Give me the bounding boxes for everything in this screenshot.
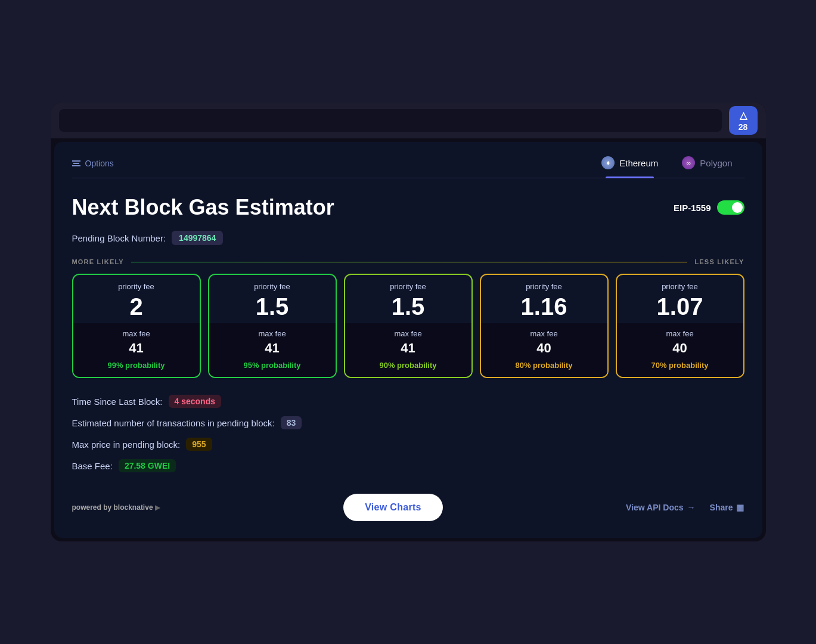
polygon-label: Polygon [700, 158, 732, 168]
stat-row-0: Time Since Last Block: 4 seconds [72, 395, 744, 408]
footer-links: View API Docs → Share ▦ [626, 503, 744, 512]
priority-label-2: priority fee [351, 282, 466, 291]
stat-value-3: 27.58 GWEI [119, 459, 176, 472]
options-icon [72, 160, 80, 166]
arrow-right-icon: → [687, 503, 696, 512]
priority-value-4: 1.07 [623, 295, 737, 318]
max-fee-value-4: 40 [623, 340, 737, 356]
priority-label-4: priority fee [623, 282, 737, 291]
fee-card-top-4: priority fee 1.07 [617, 275, 743, 323]
options-button[interactable]: Options [72, 159, 114, 175]
fee-card-0: priority fee 2 max fee 41 99% probabilit… [72, 274, 201, 378]
share-label: Share [710, 503, 733, 512]
page-title: Next Block Gas Estimator [72, 195, 334, 220]
less-likely-label: LESS LIKELY [694, 258, 744, 265]
powered-by: powered by blocknative ▶ [72, 503, 160, 512]
badge-count: 28 [739, 122, 748, 132]
max-fee-value-0: 41 [79, 340, 194, 356]
share-link[interactable]: Share ▦ [710, 503, 744, 512]
probability-1: 95% probability [215, 361, 330, 370]
ethereum-label: Ethereum [619, 158, 658, 168]
options-label: Options [85, 159, 114, 168]
brand-name: blocknative [114, 503, 153, 512]
copy-icon: ▦ [736, 503, 744, 512]
fee-card-top-2: priority fee 1.5 [345, 275, 471, 323]
fee-card-top-0: priority fee 2 [73, 275, 200, 323]
view-api-docs-link[interactable]: View API Docs → [626, 503, 695, 512]
fee-card-4: priority fee 1.07 max fee 40 70% probabi… [616, 274, 744, 378]
max-fee-value-3: 40 [487, 340, 601, 356]
fee-card-top-3: priority fee 1.16 [481, 275, 607, 323]
block-info: Pending Block Number: 14997864 [72, 231, 744, 245]
max-fee-value-2: 41 [351, 340, 466, 356]
stat-label-2: Max price in pending block: [72, 439, 181, 450]
more-likely-label: MORE LIKELY [72, 258, 124, 265]
likelihood-row: MORE LIKELY LESS LIKELY [72, 258, 744, 265]
probability-2: 90% probability [351, 361, 466, 370]
stat-value-1: 83 [281, 416, 302, 429]
priority-value-1: 1.5 [215, 295, 330, 318]
eip-toggle-switch[interactable] [717, 200, 744, 215]
block-value: 14997864 [172, 231, 223, 245]
app-container: △ 28 Options ♦ Ethereum ∞ Polygon N [51, 103, 766, 541]
fee-card-bottom-1: max fee 41 95% probability [209, 323, 336, 377]
top-bar: △ 28 [51, 103, 766, 138]
probability-4: 70% probability [623, 361, 737, 370]
fee-cards-container: priority fee 2 max fee 41 99% probabilit… [72, 274, 744, 378]
max-fee-value-1: 41 [215, 340, 330, 356]
fee-card-top-1: priority fee 1.5 [209, 275, 336, 323]
block-label: Pending Block Number: [72, 233, 166, 243]
search-bar[interactable] [59, 109, 722, 132]
footer: powered by blocknative ▶ View Charts Vie… [72, 489, 744, 521]
probability-0: 99% probability [79, 361, 194, 370]
priority-label-3: priority fee [487, 282, 601, 291]
stat-value-2: 955 [186, 438, 212, 451]
fee-card-bottom-4: max fee 40 70% probability [617, 323, 743, 377]
fee-card-bottom-2: max fee 41 90% probability [345, 323, 471, 377]
max-fee-label-3: max fee [487, 329, 601, 338]
network-tabs: Options ♦ Ethereum ∞ Polygon [72, 156, 744, 178]
fee-card-1: priority fee 1.5 max fee 41 95% probabil… [208, 274, 337, 378]
stat-label-0: Time Since Last Block: [72, 397, 163, 407]
logo-icon: △ [740, 110, 747, 121]
stat-row-2: Max price in pending block: 955 [72, 438, 744, 451]
main-content: Options ♦ Ethereum ∞ Polygon Next Block … [54, 142, 762, 538]
stat-row-1: Estimated number of transactions in pend… [72, 416, 744, 429]
fee-card-bottom-3: max fee 40 80% probability [481, 323, 607, 377]
stat-row-3: Base Fee: 27.58 GWEI [72, 459, 744, 472]
eip-toggle-container: EIP-1559 [674, 200, 744, 215]
tab-polygon[interactable]: ∞ Polygon [670, 156, 744, 178]
stat-label-3: Base Fee: [72, 461, 113, 471]
fee-card-2: priority fee 1.5 max fee 41 90% probabil… [344, 274, 473, 378]
priority-value-3: 1.16 [487, 295, 601, 318]
stat-value-0: 4 seconds [169, 395, 221, 408]
ethereum-icon: ♦ [601, 156, 615, 169]
page-header: Next Block Gas Estimator EIP-1559 [72, 195, 744, 220]
max-fee-label-1: max fee [215, 329, 330, 338]
max-fee-label-2: max fee [351, 329, 466, 338]
extension-badge: △ 28 [729, 106, 758, 135]
view-charts-button[interactable]: View Charts [343, 494, 443, 521]
powered-label: powered by [72, 503, 112, 512]
fee-card-bottom-0: max fee 41 99% probability [73, 323, 200, 377]
priority-label-1: priority fee [215, 282, 330, 291]
eip-label: EIP-1559 [674, 203, 711, 213]
max-fee-label-4: max fee [623, 329, 737, 338]
fee-card-3: priority fee 1.16 max fee 40 80% probabi… [480, 274, 609, 378]
probability-3: 80% probability [487, 361, 601, 370]
priority-value-0: 2 [79, 295, 194, 318]
stat-label-1: Estimated number of transactions in pend… [72, 418, 275, 428]
max-fee-label-0: max fee [79, 329, 194, 338]
priority-value-2: 1.5 [351, 295, 466, 318]
tab-ethereum[interactable]: ♦ Ethereum [589, 156, 670, 178]
priority-label-0: priority fee [79, 282, 194, 291]
api-docs-label: View API Docs [626, 503, 683, 512]
polygon-icon: ∞ [682, 156, 695, 169]
stats-section: Time Since Last Block: 4 seconds Estimat… [72, 395, 744, 472]
likelihood-gradient-line [131, 262, 688, 262]
